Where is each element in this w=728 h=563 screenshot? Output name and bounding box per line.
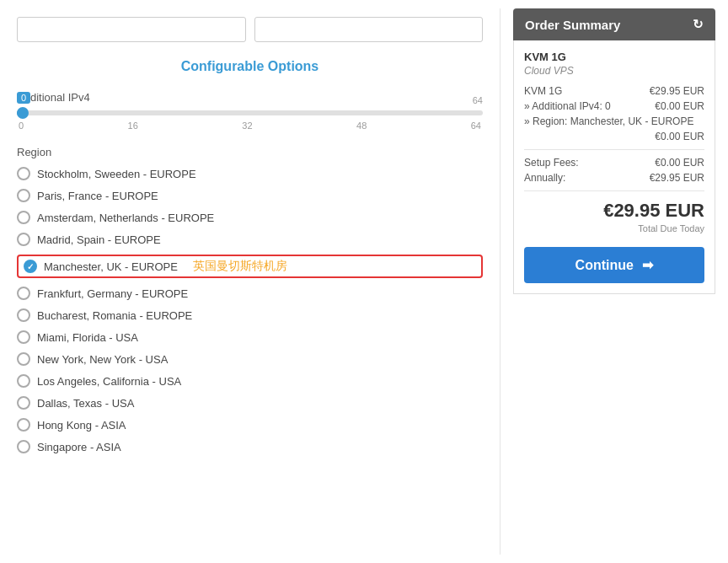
order-summary-header: Order Summary ↻ (513, 8, 715, 40)
order-summary-title: Order Summary (525, 18, 620, 32)
tick-32: 32 (242, 121, 252, 131)
radio-label-madrid: Madrid, Spain - EUROPE (37, 233, 161, 246)
refresh-icon[interactable]: ↻ (693, 17, 704, 32)
radio-circle-amsterdam (17, 211, 30, 224)
region-options: Stockholm, Sweeden - EUROPEParis, France… (17, 167, 483, 453)
line-item-kvm-value: €29.95 EUR (650, 85, 704, 97)
radio-circle-newyork (17, 352, 30, 366)
radio-label-paris: Paris, France - EUROPE (37, 190, 158, 202)
tick-48: 48 (356, 121, 367, 131)
radio-label-hongkong: Hong Kong - ASIA (37, 419, 126, 432)
radio-label-frankfurt: Frankfurt, Germany - EUROPE (37, 287, 188, 300)
radio-item-newyork[interactable]: New York, New York - USA (17, 352, 483, 366)
radio-item-frankfurt[interactable]: Frankfurt, Germany - EUROPE (17, 287, 483, 300)
continue-button[interactable]: Continue ➡ (524, 247, 704, 283)
configurable-options-title: Configurable Options (17, 59, 483, 74)
line-item-annually: Annually: €29.95 EUR (524, 172, 704, 184)
line-item-ipv4-value: €0.00 EUR (655, 100, 704, 112)
ipv4-slider-track[interactable] (17, 110, 483, 115)
radio-label-manchester: Manchester, UK - EUROPE (44, 260, 178, 273)
ipv4-label: Additional IPv4 (17, 91, 483, 104)
tick-64: 64 (471, 121, 481, 131)
radio-circle-hongkong (17, 418, 30, 432)
continue-arrow-icon: ➡ (642, 258, 653, 272)
radio-item-stockholm[interactable]: Stockholm, Sweeden - EUROPE (17, 167, 483, 180)
radio-item-madrid[interactable]: Madrid, Spain - EUROPE (17, 233, 483, 246)
tick-0: 0 (19, 121, 24, 131)
radio-circle-madrid (17, 233, 30, 246)
line-item-kvm: KVM 1G €29.95 EUR (524, 85, 704, 97)
radio-circle-losangeles (17, 374, 30, 388)
line-item-region: » Region: Manchester, UK - EUROPE (524, 115, 704, 127)
product-name: KVM 1G (524, 51, 704, 63)
slider-ticks: 0 16 32 48 64 (17, 121, 483, 131)
radio-label-dallas: Dallas, Texas - USA (37, 397, 134, 410)
line-item-ipv4-label: » Additional IPv4: 0 (524, 100, 611, 112)
radio-item-hongkong[interactable]: Hong Kong - ASIA (17, 418, 483, 432)
radio-item-paris[interactable]: Paris, France - EUROPE (17, 189, 483, 202)
order-summary-body: KVM 1G Cloud VPS KVM 1G €29.95 EUR » Add… (513, 40, 715, 294)
line-item-region-price-value: €0.00 EUR (655, 131, 704, 142)
radio-circle-stockholm (17, 167, 30, 180)
radio-circle-miami (17, 330, 30, 344)
total-due-label: Total Due Today (524, 223, 704, 233)
radio-item-amsterdam[interactable]: Amsterdam, Netherlands - EUROPE (17, 211, 483, 224)
line-item-setup: Setup Fees: €0.00 EUR (524, 157, 704, 169)
radio-item-losangeles[interactable]: Los Angeles, California - USA (17, 374, 483, 388)
continue-button-label: Continue (575, 258, 634, 272)
tick-16: 16 (128, 121, 138, 131)
radio-label-singapore: Singapore - ASIA (37, 441, 121, 453)
radio-label-losangeles: Los Angeles, California - USA (37, 375, 181, 388)
annually-value: €29.95 EUR (650, 172, 704, 184)
line-item-region-label: » Region: Manchester, UK - EUROPE (524, 115, 693, 127)
annually-label: Annually: (524, 172, 565, 184)
line-item-region-price: €0.00 EUR (524, 131, 704, 142)
slider-max-label: 64 (473, 95, 483, 105)
setup-fees-label: Setup Fees: (524, 157, 579, 169)
radio-circle-paris (17, 189, 30, 202)
radio-item-manchester[interactable]: Manchester, UK - EUROPE英国曼切斯特机房 (17, 255, 483, 278)
radio-circle-manchester (24, 260, 37, 273)
radio-circle-singapore (17, 440, 30, 453)
ipv4-slider-container: 64 0 (17, 110, 483, 115)
radio-label-stockholm: Stockholm, Sweeden - EUROPE (37, 168, 196, 180)
input-field-1[interactable]: 1131 (17, 17, 246, 42)
divider-1 (524, 149, 704, 150)
radio-label-newyork: New York, New York - USA (37, 353, 168, 366)
radio-label-amsterdam: Amsterdam, Netherlands - EUROPE (37, 212, 214, 224)
radio-circle-bucharest (17, 308, 30, 322)
radio-item-dallas[interactable]: Dallas, Texas - USA (17, 396, 483, 410)
line-item-kvm-label: KVM 1G (524, 85, 562, 97)
setup-fees-value: €0.00 EUR (655, 157, 704, 169)
input-field-2[interactable]: 1132 (254, 17, 484, 42)
radio-label-miami: Miami, Florida - USA (37, 331, 138, 344)
slider-thumb[interactable] (17, 107, 29, 119)
radio-circle-frankfurt (17, 287, 30, 300)
total-price: €29.95 EUR (524, 200, 704, 222)
radio-circle-dallas (17, 396, 30, 410)
region-annotation: 英国曼切斯特机房 (193, 259, 287, 274)
product-subtitle: Cloud VPS (524, 65, 704, 77)
radio-item-bucharest[interactable]: Bucharest, Romania - EUROPE (17, 308, 483, 322)
radio-item-miami[interactable]: Miami, Florida - USA (17, 330, 483, 344)
radio-item-singapore[interactable]: Singapore - ASIA (17, 440, 483, 453)
divider-2 (524, 190, 704, 191)
region-label: Region (17, 146, 483, 158)
slider-value-bubble: 0 (17, 92, 30, 104)
radio-label-bucharest: Bucharest, Romania - EUROPE (37, 309, 192, 322)
line-item-ipv4: » Additional IPv4: 0 €0.00 EUR (524, 100, 704, 112)
